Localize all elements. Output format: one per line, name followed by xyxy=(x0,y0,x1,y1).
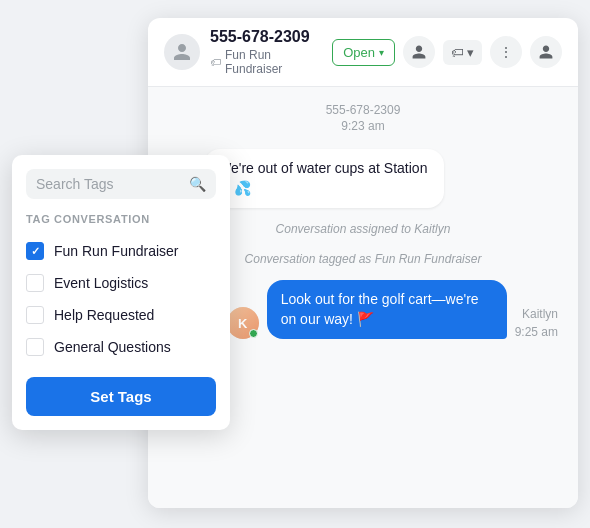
ellipsis-icon: ⋮ xyxy=(499,44,513,60)
outgoing-sender: Kaitlyn xyxy=(522,307,558,321)
header-info: 555-678-2309 🏷 Fun Run Fundraiser xyxy=(210,28,322,76)
online-indicator xyxy=(249,329,258,338)
open-button[interactable]: Open ▾ xyxy=(332,39,395,66)
outgoing-bubble: Look out for the golf cart—we're on our … xyxy=(267,280,507,339)
open-label: Open xyxy=(343,45,375,60)
tag-section-label: TAG CONVERSATION xyxy=(26,213,216,225)
checkbox-general-questions[interactable] xyxy=(26,338,44,356)
chevron-down-icon: ▾ xyxy=(379,47,384,58)
more-options-button[interactable]: ⋮ xyxy=(490,36,522,68)
tag-item-2[interactable]: Help Requested xyxy=(26,299,216,331)
set-tags-button[interactable]: Set Tags xyxy=(26,377,216,416)
avatar-icon-button[interactable] xyxy=(403,36,435,68)
tag-label-2: Help Requested xyxy=(54,307,154,323)
tag-label-1: Event Logistics xyxy=(54,275,148,291)
search-box: 🔍 xyxy=(26,169,216,199)
search-icon: 🔍 xyxy=(189,176,206,192)
tag-item-3[interactable]: General Questions xyxy=(26,331,216,363)
incoming-bubble: We're out of water cups at Station 4. 💦 xyxy=(204,149,444,208)
outgoing-avatar: K xyxy=(227,307,259,339)
message-sender-label: 555-678-2309 xyxy=(326,103,401,117)
tag-icon: 🏷 xyxy=(210,56,221,68)
conversation-tag: Fun Run Fundraiser xyxy=(225,48,322,76)
tag-item-0[interactable]: Fun Run Fundraiser xyxy=(26,235,216,267)
chat-header: 555-678-2309 🏷 Fun Run Fundraiser Open ▾… xyxy=(148,18,578,87)
tag-icon-label: 🏷 xyxy=(451,45,464,60)
message-timestamp-row: 555-678-2309 9:23 am xyxy=(164,103,562,133)
tag-button[interactable]: 🏷 ▾ xyxy=(443,40,482,65)
assign-button[interactable] xyxy=(530,36,562,68)
search-tags-input[interactable] xyxy=(36,176,183,192)
contact-avatar xyxy=(164,34,200,70)
tag-item-1[interactable]: Event Logistics xyxy=(26,267,216,299)
message-time: 9:23 am xyxy=(341,119,384,133)
outgoing-meta: Kaitlyn 9:25 am xyxy=(515,307,558,339)
outgoing-time: 9:25 am xyxy=(515,325,558,339)
tag-popup: 🔍 TAG CONVERSATION Fun Run Fundraiser Ev… xyxy=(12,155,230,430)
header-actions: Open ▾ 🏷 ▾ ⋮ xyxy=(332,36,562,68)
header-tag-row: 🏷 Fun Run Fundraiser xyxy=(210,48,322,76)
contact-phone: 555-678-2309 xyxy=(210,28,322,46)
tag-label-3: General Questions xyxy=(54,339,171,355)
checkbox-help-requested[interactable] xyxy=(26,306,44,324)
tag-label-0: Fun Run Fundraiser xyxy=(54,243,179,259)
tag-chevron-icon: ▾ xyxy=(467,45,474,60)
checkbox-fun-run[interactable] xyxy=(26,242,44,260)
checkbox-event-logistics[interactable] xyxy=(26,274,44,292)
